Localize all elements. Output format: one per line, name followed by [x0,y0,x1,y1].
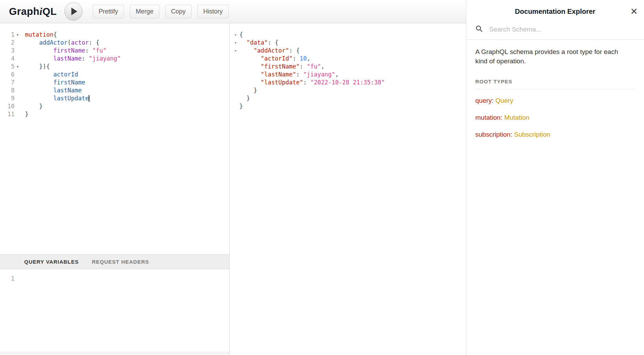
tab-query-variables[interactable]: QUERY VARIABLES [24,259,79,265]
fold-arrow-icon[interactable]: ▾ [232,31,239,39]
line-number: 7 [0,79,15,87]
code-line: 5▾ }){ [0,63,229,71]
search-schema-input[interactable] [489,26,603,33]
line-number: 6 [0,71,15,79]
code-text: "firstName": "fu", [239,63,325,71]
code-line: 10 } [0,102,229,110]
doc-body: A GraphQL schema provides a root type fo… [466,40,644,355]
fold-arrow-icon[interactable]: ▾ [232,39,239,47]
code-text: lastName: "jiayang" [21,55,121,63]
code-line: 2 addActor(actor: { [0,39,229,47]
code-text: } [239,94,250,102]
code-text: "lastName": "jiayang", [239,71,339,79]
fold-gutter [15,87,21,94]
code-line: 1▾mutation{ [0,31,229,39]
fold-gutter [15,79,21,87]
editor-column: 1▾mutation{2 addActor(actor: {3 firstNam… [0,23,230,355]
fold-gutter [15,55,21,63]
code-line: } [232,87,466,94]
fold-gutter [15,102,21,110]
close-icon: ✕ [630,6,638,17]
panes: 1▾mutation{2 addActor(actor: {3 firstNam… [0,23,466,355]
fold-gutter [15,110,21,118]
code-text: "addActor": { [239,47,300,55]
code-line: } [232,102,466,110]
fold-gutter [15,47,21,55]
code-text: firstName [21,79,85,87]
close-button[interactable]: ✕ [630,7,638,16]
doc-header: Documentation Explorer ✕ [466,0,644,23]
code-line: "lastUpdate": "2022-10-28 21:35:38" [232,79,466,87]
code-line: ▾{ [232,31,466,39]
code-text: } [239,102,243,110]
fold-gutter [232,55,239,63]
fold-gutter [15,275,21,283]
code-line: "actorId": 10, [232,55,466,63]
logo-text-ql: QL [42,6,56,17]
root-type-link[interactable]: Query [495,97,513,104]
code-text: lastName [21,87,82,94]
fold-gutter [15,94,21,102]
code-text: "data": { [239,39,279,47]
code-text: "lastUpdate": "2022-10-28 21:35:38" [239,79,385,87]
root-types-list: query: Querymutation: Mutationsubscripti… [475,97,635,138]
line-number: 1 [0,31,15,39]
code-line: } [232,94,466,102]
line-number: 9 [0,94,15,102]
root-type-keyword: mutation: [475,114,502,121]
fold-gutter [15,71,21,79]
code-text: lastUpdate [21,94,89,102]
response-viewer: ▾{▾ "data": {▾ "addActor": { "actorId": … [230,23,466,355]
play-icon [71,8,77,15]
graphiql-app: GraphiQL PrettifyMergeCopyHistory 1▾muta… [0,0,644,355]
root-type-link[interactable]: Mutation [504,114,529,121]
execute-button[interactable] [64,2,82,20]
code-text: }){ [21,63,50,71]
code-text [21,275,25,283]
code-text: { [239,31,243,39]
secondary-editor-tabs: QUERY VARIABLES REQUEST HEADERS [0,254,229,269]
toolbar-button-history[interactable]: History [197,5,229,18]
tab-request-headers[interactable]: REQUEST HEADERS [92,259,149,265]
logo-text: Graph [9,6,39,17]
toolbar-button-copy[interactable]: Copy [165,5,192,18]
root-type-mutation: mutation: Mutation [475,114,635,121]
code-line: 1 [0,275,229,283]
query-variables-editor[interactable]: 1 [0,269,229,355]
query-editor[interactable]: 1▾mutation{2 addActor(actor: {3 firstNam… [0,23,229,254]
fold-gutter [232,79,239,87]
root-type-keyword: query: [475,97,494,104]
code-line: 11} [0,110,229,118]
fold-arrow-icon[interactable]: ▾ [232,47,239,55]
code-line: ▾ "data": { [232,39,466,47]
code-text: mutation{ [21,31,57,39]
code-text: actorId [21,71,78,79]
toolbar-button-merge[interactable]: Merge [130,5,159,18]
code-text: } [21,110,28,118]
doc-section-title: ROOT TYPES [475,79,635,89]
line-number: 11 [0,110,15,118]
line-number: 4 [0,55,15,63]
line-number: 3 [0,47,15,55]
code-line: 4 lastName: "jiayang" [0,55,229,63]
topbar: GraphiQL PrettifyMergeCopyHistory [0,0,466,23]
root-type-subscription: subscription: Subscription [475,131,635,138]
fold-arrow-icon[interactable]: ▾ [15,31,21,39]
line-number: 1 [0,275,15,283]
fold-arrow-icon[interactable]: ▾ [15,63,21,71]
doc-intro-text: A GraphQL schema provides a root type fo… [475,47,625,66]
code-text: "actorId": 10, [239,55,310,63]
root-type-keyword: subscription: [475,131,512,138]
code-text: firstName: "fu" [21,47,106,55]
code-line: 8 lastName [0,87,229,94]
documentation-explorer-panel: Documentation Explorer ✕ A GraphQL schem… [466,0,644,355]
toolbar: PrettifyMergeCopyHistory [93,5,235,18]
horizontal-scrollbar[interactable] [0,352,229,355]
line-number: 10 [0,102,15,110]
root-type-query: query: Query [475,97,635,104]
doc-title: Documentation Explorer [515,8,595,16]
code-line: 6 actorId [0,71,229,79]
code-text: } [239,87,257,94]
root-type-link[interactable]: Subscription [514,131,550,138]
toolbar-button-prettify[interactable]: Prettify [93,5,124,18]
